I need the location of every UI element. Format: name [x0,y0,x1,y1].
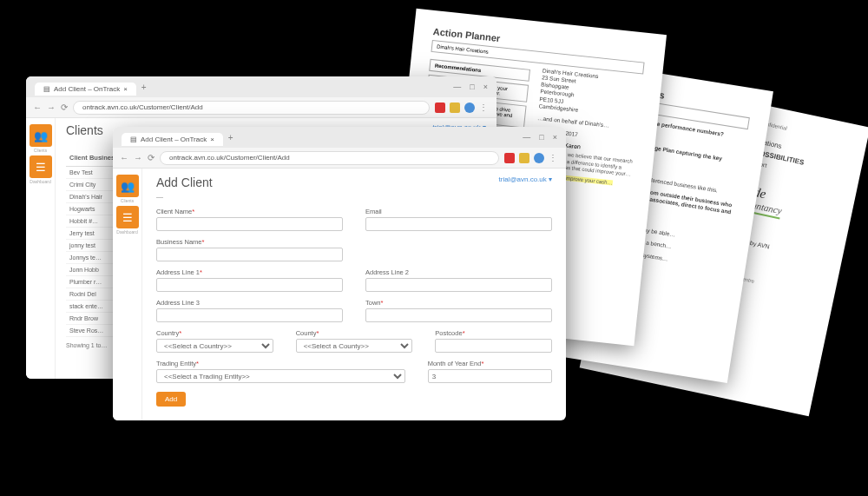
ext-icon-blue[interactable] [534,153,544,163]
label-addr2: Address Line 2 [365,268,552,276]
ext-icon-red[interactable] [504,153,515,163]
list-icon: ☰ [122,211,133,224]
business-name-input[interactable] [156,248,343,261]
label-trading-entity: Trading Entity [156,360,405,367]
back-icon[interactable]: ← [120,153,128,162]
ext-icon-blue[interactable] [464,103,475,113]
users-icon: 👥 [121,180,135,193]
planner-address: Dinah's Hair Creations 23 Sun Street Bis… [538,67,642,120]
label-addr1: Address Line 1 [156,268,343,276]
subhead: — [156,193,552,201]
email-input[interactable] [365,217,552,231]
label-postcode: Postcode [435,329,552,337]
browser-tab[interactable]: ▤ Add Client – OnTrack × [122,133,223,146]
trading-entity-select[interactable]: <<Select a Trading Entity>> [156,369,405,383]
maximize-icon[interactable]: □ [470,83,474,91]
addr1-input[interactable] [156,278,343,292]
close-icon[interactable]: × [483,83,488,91]
forward-icon[interactable]: → [134,153,142,162]
url-field[interactable]: ontrack.avn.co.uk/Customer/Client/Add [73,101,430,115]
close-icon[interactable]: × [553,133,557,142]
address-bar: ← → ⟳ ontrack.avn.co.uk/Customer/Client/… [26,97,496,118]
reload-icon[interactable]: ⟳ [148,153,155,162]
sidebar-clients-button[interactable]: 👥 [116,175,139,197]
back-icon[interactable]: ← [33,103,42,112]
sidebar-dashboard-button[interactable]: ☰ [116,206,139,228]
forward-icon[interactable]: → [47,103,56,112]
ext-icon-red[interactable] [435,103,445,113]
extension-icons: ⋮ [504,153,559,163]
county-select[interactable]: <<Select a County>> [296,339,413,353]
addr3-input[interactable] [156,308,343,322]
page-title: Add Client [156,175,552,189]
close-tab-icon[interactable]: × [123,85,128,93]
postcode-input[interactable] [435,339,552,353]
extension-icons: ⋮ [435,103,490,113]
label-country: Country [156,329,273,337]
user-menu[interactable]: trial@avn.co.uk ▾ [499,175,552,183]
browser-window-add-client: ▤ Add Client – OnTrack × + — □ × ← → ⟳ o… [113,127,566,420]
page-icon: ▤ [43,85,50,93]
town-input[interactable] [365,308,552,322]
sidebar-clients-button[interactable]: 👥 [30,124,52,147]
ext-icon-mustard[interactable] [519,153,529,163]
address-bar: ← → ⟳ ontrack.avn.co.uk/Customer/Client/… [113,148,566,169]
menu-icon[interactable]: ⋮ [479,103,490,113]
ext-icon-mustard[interactable] [450,103,460,113]
close-tab-icon[interactable]: × [210,136,214,143]
label-county: County [296,329,413,337]
page-icon: ▤ [130,136,137,143]
label-addr3: Address Line 3 [156,299,343,307]
minimize-icon[interactable]: — [523,133,530,142]
maximize-icon[interactable]: □ [539,133,543,142]
app-sidebar: 👥 Clients ☰ Dashboard [26,118,56,379]
add-button[interactable]: Add [156,392,186,407]
list-icon: ☰ [36,161,46,174]
client-name-input[interactable] [156,217,343,231]
url-field[interactable]: ontrack.avn.co.uk/Customer/Client/Add [160,151,499,165]
country-select[interactable]: <<Select a Country>> [156,339,273,353]
label-town: Town [365,299,552,307]
menu-icon[interactable]: ⋮ [549,153,559,163]
new-tab-button[interactable]: + [228,133,233,142]
titlebar: ▤ Add Client – OnTrack × + — □ × [113,127,566,148]
addr2-input[interactable] [365,278,552,292]
label-email: Email [365,208,552,215]
label-business-name: Business Name [156,238,343,246]
minimize-icon[interactable]: — [453,83,461,91]
label-month-year-end: Month of Year End [428,360,552,367]
label-client-name: Client Name [156,208,343,215]
reload-icon[interactable]: ⟳ [61,103,68,112]
users-icon: 👥 [34,129,48,142]
app-sidebar: 👥 Clients ☰ Dashboard [113,169,142,420]
titlebar: ▤ Add Client – OnTrack × + — □ × [26,76,496,97]
month-year-end-input[interactable] [428,369,552,383]
new-tab-button[interactable]: + [141,83,147,92]
sidebar-dashboard-button[interactable]: ☰ [30,155,52,178]
browser-tab[interactable]: ▤ Add Client – OnTrack × [35,83,136,96]
